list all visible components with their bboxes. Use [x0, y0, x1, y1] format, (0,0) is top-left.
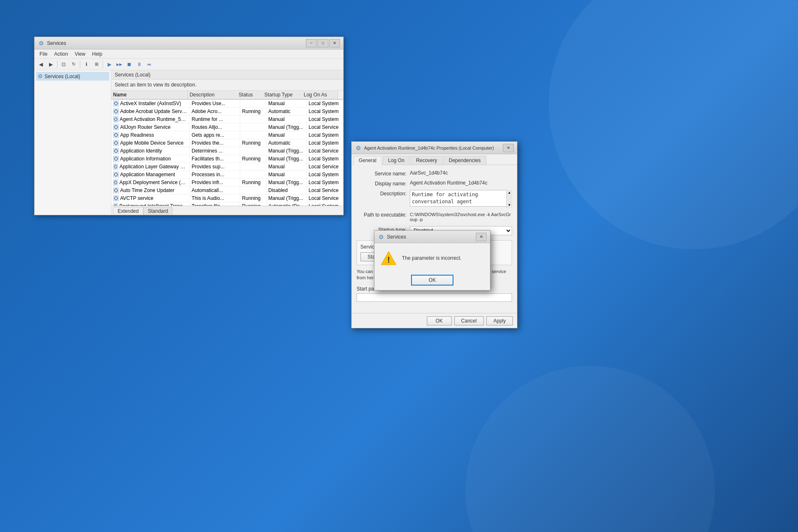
table-header: Name Description Status Startup Type Log… [111, 91, 343, 100]
service-status-cell: Running [240, 179, 266, 186]
service-name-text: Adobe Acrobat Update Service [120, 108, 188, 114]
service-name-cell: App Readiness [111, 131, 190, 139]
service-name-cell: AllJoyn Router Service [111, 123, 190, 131]
export-button[interactable]: ⊞ [92, 60, 101, 69]
file-menu[interactable]: File [36, 50, 51, 58]
col-header-name[interactable]: Name [111, 91, 188, 99]
table-row[interactable]: Application Management Processes in... M… [111, 171, 343, 179]
table-row[interactable]: Application Identity Determines ... Manu… [111, 147, 343, 155]
services-titlebar: ⚙ Services − □ ✕ [34, 37, 343, 49]
service-name-cell: Background Intelligent Transfer S... [111, 202, 190, 206]
action-menu[interactable]: Action [51, 50, 71, 58]
col-header-status[interactable]: Status [237, 91, 263, 99]
service-logon-cell: Local System [307, 202, 343, 206]
table-row[interactable]: App Readiness Gets apps re... Manual Loc… [111, 131, 343, 139]
cancel-button[interactable]: Cancel [454, 316, 484, 325]
start-params-input[interactable] [357, 293, 512, 302]
table-row[interactable]: Application Layer Gateway Service Provid… [111, 163, 343, 171]
properties-button[interactable]: ℹ [82, 60, 91, 69]
tab-standard[interactable]: Standard [143, 207, 173, 215]
scroll-up-icon[interactable]: ▲ [508, 191, 511, 195]
table-row[interactable]: AVCTP service This is Audio... Running M… [111, 195, 343, 202]
table-row[interactable]: Apple Mobile Device Service Provides the… [111, 139, 343, 147]
table-row[interactable]: Auto Time Zone Updater Automaticall... D… [111, 187, 343, 195]
service-name-text: Application Identity [120, 148, 162, 154]
help-menu[interactable]: Help [89, 50, 106, 58]
path-row: Path to executable: C:\WINDOWS\system32\… [357, 211, 512, 223]
service-name-text: Agent Activation Runtime_501af0f [120, 116, 188, 122]
service-name-text: Application Information [120, 156, 171, 162]
service-startup-cell: Automatic [267, 139, 307, 147]
maximize-button[interactable]: □ [318, 39, 328, 47]
service-startup-cell: Manual [267, 116, 307, 123]
display-name-row: Display name: Agent Activation Runtime_1… [357, 180, 512, 187]
service-name-text: Apple Mobile Device Service [120, 140, 184, 146]
menubar: File Action View Help [34, 49, 343, 59]
service-status-cell [240, 118, 266, 120]
service-row-icon [113, 124, 119, 130]
service-name-cell: ActiveX Installer (AxInstSV) [111, 100, 190, 107]
service-startup-cell: Manual [267, 100, 307, 107]
service-startup-cell: Manual (Trigg... [267, 147, 307, 155]
start-service-toolbar-button[interactable]: ▶ [105, 60, 114, 69]
restart-service-toolbar-button[interactable]: ⏭ [145, 60, 154, 69]
service-row-icon [113, 108, 119, 114]
service-desc-cell: Provides sup... [190, 163, 240, 170]
warning-close-button[interactable]: ✕ [476, 233, 487, 241]
tab-general[interactable]: General [353, 156, 382, 165]
svg-rect-6 [113, 108, 119, 114]
service-name-text: AllJoyn Router Service [120, 124, 170, 130]
minimize-button[interactable]: − [306, 39, 317, 47]
service-name-text: App Readiness [120, 132, 154, 138]
tab-dependencies[interactable]: Dependencies [443, 156, 486, 165]
back-button[interactable]: ◀ [36, 60, 45, 69]
service-row-icon [113, 140, 119, 146]
start-service2-button[interactable]: ▶▶ [115, 60, 124, 69]
services-local-label: Services (Local) [44, 74, 80, 79]
pause-service-toolbar-button[interactable]: ⏸ [135, 60, 144, 69]
service-row-icon [113, 195, 119, 201]
scroll-down-icon[interactable]: ▼ [508, 203, 511, 207]
service-status-cell: Running [240, 108, 266, 115]
ok-button[interactable]: OK [427, 316, 452, 325]
window-content: ⚙ Services (Local) Services (Local) Sele… [34, 70, 343, 215]
tab-logon[interactable]: Log On [383, 156, 410, 165]
toolbar-sep-2 [80, 61, 80, 68]
refresh-button[interactable]: ↻ [69, 60, 78, 69]
table-row[interactable]: Adobe Acrobat Update Service Adobe Acro.… [111, 108, 343, 116]
table-row[interactable]: AllJoyn Router Service Routes Alljo... M… [111, 123, 343, 131]
close-button[interactable]: ✕ [329, 39, 340, 47]
services-list[interactable]: ActiveX Installer (AxInstSV) Provides Us… [111, 100, 343, 206]
stop-service-toolbar-button[interactable]: ⏹ [125, 60, 134, 69]
service-name-cell: AppX Deployment Service (AppX... [111, 179, 190, 186]
table-row[interactable]: Agent Activation Runtime_501af0f Runtime… [111, 116, 343, 123]
col-header-startup[interactable]: Startup Type [263, 91, 302, 99]
service-status-cell: Running [240, 139, 266, 147]
table-row[interactable]: Background Intelligent Transfer S... Tra… [111, 202, 343, 206]
forward-button[interactable]: ▶ [46, 60, 55, 69]
table-row[interactable]: Application Information Facilitates th..… [111, 155, 343, 163]
tab-extended[interactable]: Extended [113, 207, 143, 215]
description-textarea[interactable]: Runtime for activating conversational ag… [410, 190, 512, 207]
table-row[interactable]: ActiveX Installer (AxInstSV) Provides Us… [111, 100, 343, 108]
services-window: ⚙ Services − □ ✕ File Action View Help ◀… [34, 37, 344, 215]
warning-ok-button[interactable]: OK [411, 275, 453, 286]
show-hide-button[interactable]: ⊡ [59, 60, 68, 69]
properties-close-button[interactable]: ✕ [503, 144, 514, 152]
service-name-value: AarSvc_1d4b74c [410, 170, 512, 176]
service-desc-cell: Facilitates th... [190, 155, 240, 163]
service-desc-cell: Provides Use... [190, 100, 240, 107]
col-header-logon[interactable]: Log On As [302, 91, 337, 99]
svg-rect-72 [113, 195, 119, 201]
services-local-item[interactable]: ⚙ Services (Local) [36, 72, 109, 81]
service-status-cell [240, 190, 266, 191]
apply-button[interactable]: Apply [486, 316, 513, 325]
service-desc-cell: Automaticall... [190, 187, 240, 194]
table-row[interactable]: AppX Deployment Service (AppX... Provide… [111, 179, 343, 187]
tab-recovery[interactable]: Recovery [411, 156, 443, 165]
services-local-icon: ⚙ [38, 73, 43, 79]
col-header-desc[interactable]: Description [188, 91, 237, 99]
view-menu[interactable]: View [71, 50, 89, 58]
titlebar-buttons: − □ ✕ [306, 39, 340, 47]
service-name-label: Service name: [357, 170, 406, 177]
